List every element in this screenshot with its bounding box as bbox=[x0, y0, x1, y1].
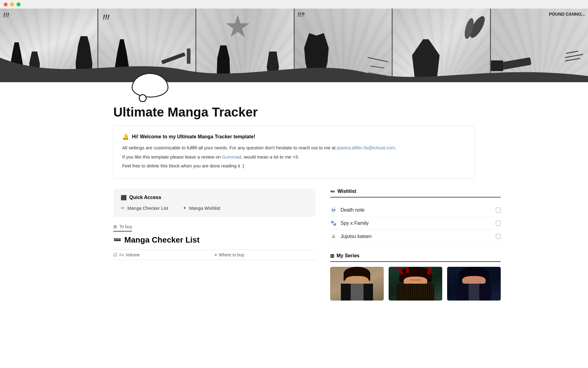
col-where-to-buy: ≡ Where to buy bbox=[214, 252, 315, 257]
col-volume: ☑ Aa Volume bbox=[113, 252, 214, 257]
jujutsu-checkbox[interactable] bbox=[496, 234, 501, 239]
to-buy-underline: ⊞ To buy bbox=[113, 224, 132, 232]
quick-link-checker[interactable]: ≔ Manga Checker List bbox=[121, 205, 168, 211]
aa-prefix: Aa bbox=[119, 253, 124, 257]
text-icon: ≡ bbox=[214, 252, 217, 257]
my-series-title: My Series bbox=[337, 253, 360, 259]
welcome-body: All settings are customizable to fullfil… bbox=[122, 144, 466, 170]
welcome-line1: All settings are customizable to fullfil… bbox=[122, 144, 466, 152]
hero-banner: !!! !!! bbox=[0, 9, 588, 82]
minimize-button[interactable] bbox=[10, 2, 14, 6]
wishlist-item-deathnote: 💀 Death note bbox=[330, 204, 501, 217]
wishlist-header: ≔ Wishlist bbox=[330, 189, 501, 197]
jujutsu-label: Jujutsu kaisen bbox=[341, 234, 371, 239]
to-buy-label: To buy bbox=[119, 224, 132, 229]
right-column: ≔ Wishlist 💀 Death note 🐾 Spy x Family bbox=[330, 189, 501, 301]
maximize-button[interactable] bbox=[17, 2, 21, 6]
checker-icon: ≔ bbox=[113, 235, 121, 245]
checker-heading: Manga Checker List bbox=[124, 235, 200, 245]
spyfamily-checkbox[interactable] bbox=[496, 221, 501, 226]
checker-table-header: ☑ Aa Volume ≡ Where to buy bbox=[113, 250, 315, 260]
wishlist-item-jujutsu: ⚔ Jujutsu kaisen bbox=[330, 230, 501, 243]
where-to-buy-label: Where to buy bbox=[219, 252, 244, 257]
series-card-2[interactable] bbox=[389, 267, 442, 301]
to-buy-section: ⊞ To buy bbox=[113, 224, 315, 232]
series-card-1[interactable] bbox=[330, 267, 384, 301]
series-card-3[interactable] bbox=[447, 267, 501, 301]
two-column-layout: ⬛ Quick Access ≔ Manga Checker List ✦ Ma… bbox=[113, 189, 475, 301]
skull-icon: 💀 bbox=[330, 207, 337, 213]
email-link[interactable]: piastra.idillio.0s@icloud.com bbox=[337, 145, 395, 150]
checkbox-icon: ☑ bbox=[113, 252, 117, 257]
checker-title: ≔ Manga Checker List bbox=[113, 235, 315, 245]
volume-label: Volume bbox=[126, 252, 140, 257]
window-controls bbox=[0, 0, 588, 9]
my-series-icon: ⊞ bbox=[330, 253, 334, 259]
quick-access-links: ≔ Manga Checker List ✦ Manga Wishlist bbox=[121, 205, 308, 211]
wishlist-item-spyfamily: 🐾 Spy x Family bbox=[330, 217, 501, 230]
welcome-heading: Hi! Welcome to my Ultimate Manga Tracker… bbox=[132, 134, 255, 140]
quick-access-header: ⬛ Quick Access bbox=[121, 195, 308, 201]
sword-icon: ⚔ bbox=[330, 233, 337, 240]
page-title: Ultimate Manga Tracker bbox=[113, 105, 475, 120]
quick-link-wishlist-label: Manga Wishlist bbox=[189, 205, 220, 211]
avatar-bubble bbox=[132, 73, 168, 98]
panel-corner-text: POUND CANNO... bbox=[549, 12, 585, 17]
bell-icon: 🔔 bbox=[122, 133, 129, 140]
panel-text-1: !!! bbox=[3, 12, 9, 19]
welcome-header: 🔔 Hi! Welcome to my Ultimate Manga Track… bbox=[122, 133, 466, 140]
paw-icon: 🐾 bbox=[330, 220, 337, 227]
series-card-grid bbox=[330, 267, 501, 301]
avatar-area bbox=[113, 73, 475, 98]
deathnote-label: Death note bbox=[341, 207, 364, 213]
close-button[interactable] bbox=[4, 2, 8, 6]
quick-link-checker-label: Manga Checker List bbox=[127, 205, 168, 211]
left-column: ⬛ Quick Access ≔ Manga Checker List ✦ Ma… bbox=[113, 189, 315, 260]
main-content: Ultimate Manga Tracker 🔔 Hi! Welcome to … bbox=[95, 73, 493, 319]
sparkle-icon: ✦ bbox=[183, 205, 187, 210]
to-buy-icon: ⊞ bbox=[113, 224, 117, 229]
welcome-line3: Feel free to delete this block when you … bbox=[122, 162, 466, 170]
wishlist-icon: ≔ bbox=[330, 189, 335, 194]
gumroad-link[interactable]: Gumroad bbox=[222, 154, 241, 159]
quick-access-icon: ⬛ bbox=[121, 195, 127, 201]
quick-link-wishlist[interactable]: ✦ Manga Wishlist bbox=[183, 205, 220, 211]
spyfamily-label: Spy x Family bbox=[341, 220, 369, 226]
welcome-line2: If you like this template please leave a… bbox=[122, 153, 466, 161]
quick-access-box: ⬛ Quick Access ≔ Manga Checker List ✦ Ma… bbox=[113, 189, 315, 217]
wishlist-title: Wishlist bbox=[337, 189, 356, 194]
quick-access-title: Quick Access bbox=[129, 195, 161, 200]
list-icon: ≔ bbox=[121, 205, 125, 210]
deathnote-checkbox[interactable] bbox=[496, 208, 501, 213]
my-series-header: ⊞ My Series bbox=[330, 253, 501, 262]
welcome-box: 🔔 Hi! Welcome to my Ultimate Manga Track… bbox=[113, 126, 475, 179]
